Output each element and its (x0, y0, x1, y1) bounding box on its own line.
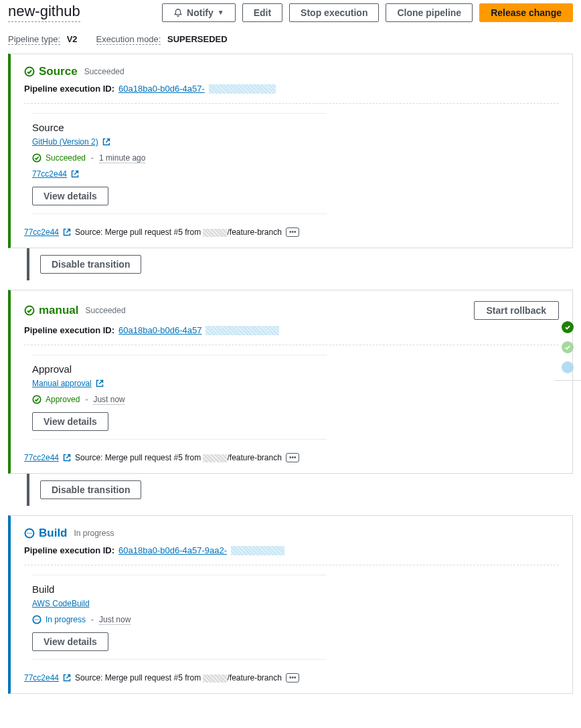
stage-source: Source Succeeded Pipeline execution ID: … (8, 54, 573, 248)
stage-status: Succeeded (84, 67, 124, 76)
pipeline-title: new-github (8, 3, 80, 22)
stage-footer-commit: 77cc2e44 Source: Merge pull request #5 f… (11, 221, 572, 248)
transition-1: Disable transition (27, 248, 573, 280)
action-status: Succeeded (46, 153, 86, 163)
stage-build: Build In progress Pipeline execution ID:… (8, 515, 573, 694)
action-card-source: Source GitHub (Version 2) Succeeded - 1 … (32, 113, 327, 214)
disable-transition-button[interactable]: Disable transition (40, 255, 141, 274)
stage-title: manual (24, 304, 79, 317)
page-header: new-github Notify ▼ Edit Stop execution … (8, 0, 573, 22)
success-circle-icon (24, 305, 35, 316)
transition-bar (27, 248, 29, 280)
notify-button[interactable]: Notify ▼ (162, 3, 236, 22)
divider (24, 103, 559, 104)
execution-id-row: Pipeline execution ID: 60a18ba0-b0d6-4a5… (11, 320, 572, 345)
progress-circle-icon (24, 528, 35, 539)
progress-dot-complete[interactable] (562, 341, 574, 353)
stage-header: Build In progress (11, 516, 572, 540)
external-link-icon (63, 454, 71, 462)
commit-link[interactable]: 77cc2e44 (24, 453, 59, 462)
masked-text (203, 229, 227, 237)
action-card-approval: Approval Manual approval Approved - Just… (32, 355, 327, 440)
commit-link[interactable]: 77cc2e44 (24, 227, 59, 237)
masked-text (203, 674, 227, 682)
transition-bar (27, 474, 29, 506)
pipeline-type-value: V2 (67, 34, 78, 44)
execution-id-row: Pipeline execution ID: 60a18ba0-b0d6-4a5… (11, 78, 572, 103)
progress-circle-icon (32, 615, 42, 624)
action-provider-link[interactable]: Manual approval (32, 379, 92, 388)
more-icon[interactable]: ••• (286, 453, 300, 462)
disable-transition-button[interactable]: Disable transition (40, 480, 141, 499)
svg-point-7 (31, 533, 32, 534)
external-link-icon (96, 379, 104, 387)
action-card-build: Build AWS CodeBuild In progress - Just n… (32, 575, 327, 660)
stage-title: Build (24, 527, 68, 540)
commit-link[interactable]: 77cc2e44 (24, 673, 59, 682)
commit-message: Source: Merge pull request #5 from /feat… (75, 227, 282, 237)
svg-point-5 (27, 533, 29, 534)
execution-id-link[interactable]: 60a18ba0-b0d6-4a57- (118, 84, 205, 94)
commit-link[interactable]: 77cc2e44 (32, 169, 67, 179)
divider (24, 565, 559, 565)
action-time: Just now (99, 615, 131, 624)
transition-2: Disable transition (27, 474, 573, 506)
svg-point-10 (36, 619, 37, 620)
stage-status: In progress (74, 529, 114, 538)
action-provider-link[interactable]: GitHub (Version 2) (32, 137, 98, 147)
success-circle-icon (24, 66, 35, 77)
progress-dot-complete[interactable] (562, 321, 574, 333)
stage-footer-commit: 77cc2e44 Source: Merge pull request #5 f… (11, 446, 572, 473)
external-link-icon (63, 674, 71, 682)
pipeline-type-label: Pipeline type: (8, 34, 60, 45)
external-link-icon (102, 138, 110, 146)
execution-mode-label: Execution mode: (96, 34, 161, 45)
masked-id (209, 84, 276, 94)
commit-message: Source: Merge pull request #5 from /feat… (75, 453, 282, 462)
stage-title: Source (24, 65, 78, 78)
masked-id (205, 326, 279, 335)
stage-manual: manual Succeeded Start rollback Pipeline… (8, 290, 573, 474)
success-circle-icon (32, 153, 42, 163)
caret-down-icon: ▼ (218, 9, 224, 16)
clone-pipeline-button[interactable]: Clone pipeline (386, 3, 473, 22)
release-change-button[interactable]: Release change (479, 3, 573, 22)
header-actions: Notify ▼ Edit Stop execution Clone pipel… (162, 3, 573, 22)
action-title: Build (32, 583, 327, 595)
edit-button[interactable]: Edit (242, 3, 282, 22)
action-status: Approved (46, 395, 80, 404)
progress-dot-inprogress[interactable] (562, 361, 574, 373)
action-provider-link[interactable]: AWS CodeBuild (32, 599, 90, 608)
execution-id-link[interactable]: 60a18ba0-b0d6-4a57-9aa2- (118, 545, 227, 555)
action-status: In progress (46, 615, 86, 624)
action-title: Approval (32, 363, 327, 375)
action-time: Just now (93, 395, 124, 404)
execution-mode-value: SUPERSEDED (167, 34, 228, 44)
masked-id (231, 546, 284, 555)
external-link-icon (63, 228, 71, 236)
stage-progress-sidebar (554, 321, 581, 381)
start-rollback-button[interactable]: Start rollback (474, 301, 559, 320)
more-icon[interactable]: ••• (286, 673, 300, 682)
divider (24, 345, 559, 345)
stop-execution-button[interactable]: Stop execution (289, 3, 379, 22)
bell-icon (173, 8, 183, 17)
svg-point-11 (37, 619, 38, 620)
masked-text (203, 454, 227, 462)
stage-header: Source Succeeded (11, 54, 572, 78)
execution-id-link[interactable]: 60a18ba0-b0d6-4a57 (118, 325, 201, 335)
svg-point-6 (29, 533, 30, 534)
stage-footer-commit: 77cc2e44 Source: Merge pull request #5 f… (11, 666, 572, 693)
stage-header: manual Succeeded Start rollback (11, 290, 572, 320)
external-link-icon (71, 170, 79, 178)
view-details-button[interactable]: View details (32, 187, 108, 205)
commit-message: Source: Merge pull request #5 from /feat… (75, 673, 282, 682)
action-time: 1 minute ago (99, 153, 145, 163)
action-title: Source (32, 122, 327, 133)
more-icon[interactable]: ••• (286, 227, 300, 237)
pipeline-meta: Pipeline type: V2 Execution mode: SUPERS… (8, 34, 573, 44)
success-circle-icon (32, 395, 42, 404)
view-details-button[interactable]: View details (32, 412, 108, 431)
stage-status: Succeeded (86, 306, 126, 315)
view-details-button[interactable]: View details (32, 632, 108, 651)
